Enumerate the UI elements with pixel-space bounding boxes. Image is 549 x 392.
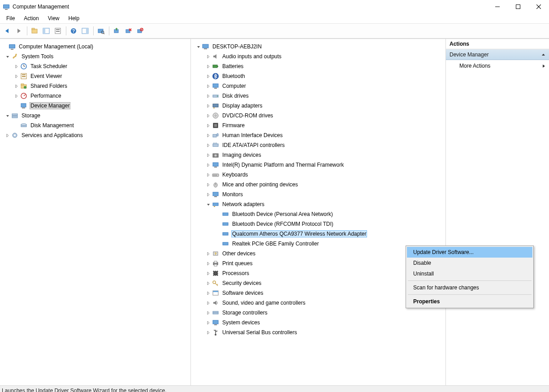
back-button[interactable] xyxy=(2,26,13,36)
cat-imaging[interactable]: Imaging devices xyxy=(194,150,445,160)
expand-arrow[interactable] xyxy=(13,93,20,99)
expand-arrow[interactable] xyxy=(205,152,212,158)
tree-performance[interactable]: Performance xyxy=(0,91,190,101)
svg-rect-57 xyxy=(214,88,217,89)
maximize-button[interactable] xyxy=(508,0,528,13)
expand-arrow[interactable] xyxy=(205,270,212,276)
ctx-properties[interactable]: Properties xyxy=(407,296,532,307)
cat-computer[interactable]: Computer xyxy=(194,81,445,91)
expand-arrow[interactable] xyxy=(4,132,11,138)
net-bt-pan[interactable]: Bluetooth Device (Personal Area Network) xyxy=(194,209,445,219)
disable-button[interactable] xyxy=(134,26,145,36)
tree-services-apps[interactable]: Services and Applications xyxy=(0,130,190,140)
ctx-uninstall[interactable]: Uninstall xyxy=(407,268,532,279)
up-button[interactable] xyxy=(29,26,40,36)
scan-hardware-button[interactable] xyxy=(95,26,106,36)
show-hide-action-pane-button[interactable] xyxy=(80,26,91,36)
help-button[interactable]: ? xyxy=(68,26,79,36)
uninstall-button[interactable] xyxy=(123,26,134,36)
cat-monitors[interactable]: Monitors xyxy=(194,190,445,199)
expand-arrow[interactable] xyxy=(205,93,212,99)
cat-hid[interactable]: Human Interface Devices xyxy=(194,130,445,140)
tree-task-scheduler[interactable]: Task Scheduler xyxy=(0,61,190,71)
expand-arrow[interactable] xyxy=(205,63,212,69)
menu-file[interactable]: File xyxy=(2,14,19,22)
cat-keyboards[interactable]: Keyboards xyxy=(194,170,445,180)
expand-arrow-open[interactable] xyxy=(4,53,11,60)
cat-network-adapters[interactable]: Network adapters xyxy=(194,199,445,209)
cat-ide[interactable]: IDE ATA/ATAPI controllers xyxy=(194,140,445,150)
device-label: Firmware xyxy=(221,122,246,129)
cat-display-adapters[interactable]: Display adapters xyxy=(194,101,445,111)
expand-arrow[interactable] xyxy=(205,132,212,138)
expand-arrow[interactable] xyxy=(205,172,212,178)
cat-bluetooth[interactable]: Bluetooth xyxy=(194,71,445,81)
show-hide-tree-button[interactable] xyxy=(41,26,52,36)
close-button[interactable] xyxy=(528,0,549,13)
minimize-button[interactable] xyxy=(487,0,508,13)
expand-arrow[interactable] xyxy=(205,83,212,89)
device-root[interactable]: DESKTOP-AEBJ2IN xyxy=(194,42,445,52)
tree-event-viewer[interactable]: Event Viewer xyxy=(0,71,190,81)
tree-disk-management[interactable]: Disk Management xyxy=(0,121,190,130)
cat-disk-drives[interactable]: Disk drives xyxy=(194,91,445,101)
expand-arrow[interactable] xyxy=(205,142,212,148)
svg-rect-67 xyxy=(217,134,218,136)
cat-mice[interactable]: Mice and other pointing devices xyxy=(194,180,445,190)
tree-shared-folders[interactable]: Shared Folders xyxy=(0,81,190,91)
expand-arrow[interactable] xyxy=(205,310,212,316)
expand-arrow[interactable] xyxy=(205,53,212,60)
cat-intel-dptf[interactable]: Intel(R) Dynamic Platform and Thermal Fr… xyxy=(194,160,445,170)
actions-section-device-manager[interactable]: Device Manager xyxy=(446,49,549,60)
tree-device-manager[interactable]: Device Manager xyxy=(0,101,190,111)
expand-arrow[interactable] xyxy=(205,73,212,79)
expand-arrow[interactable] xyxy=(205,290,212,296)
tree-storage[interactable]: Storage xyxy=(0,111,190,121)
expand-arrow[interactable] xyxy=(205,162,212,168)
firmware-icon xyxy=(212,122,220,129)
expand-arrow-open[interactable] xyxy=(4,112,11,119)
expand-arrow[interactable] xyxy=(205,319,212,326)
expand-arrow[interactable] xyxy=(205,300,212,306)
expand-arrow[interactable] xyxy=(205,191,212,198)
expand-arrow[interactable] xyxy=(205,329,212,336)
menu-view[interactable]: View xyxy=(43,14,64,22)
update-driver-button[interactable] xyxy=(111,26,122,36)
ctx-disable[interactable]: Disable xyxy=(407,258,532,268)
tree-system-tools[interactable]: System Tools xyxy=(0,52,190,61)
actions-more-actions[interactable]: More Actions xyxy=(446,60,549,72)
ctx-update-driver[interactable]: Update Driver Software... xyxy=(407,247,532,258)
net-qca9377[interactable]: Qualcomm Atheros QCA9377 Wireless Networ… xyxy=(194,229,445,239)
expand-arrow[interactable] xyxy=(205,181,212,188)
cat-audio[interactable]: Audio inputs and outputs xyxy=(194,52,445,61)
expand-arrow[interactable] xyxy=(205,122,212,129)
cat-firmware[interactable]: Firmware xyxy=(194,121,445,130)
expand-arrow[interactable] xyxy=(205,103,212,109)
expand-arrow[interactable] xyxy=(205,112,212,119)
ctx-scan-hardware[interactable]: Scan for hardware changes xyxy=(407,282,532,293)
expand-arrow[interactable] xyxy=(13,83,20,89)
expand-arrow-open[interactable] xyxy=(195,43,202,50)
expand-arrow[interactable] xyxy=(205,280,212,286)
expand-arrow[interactable] xyxy=(205,260,212,267)
cat-system-devices[interactable]: System devices xyxy=(194,318,445,327)
properties-button[interactable] xyxy=(52,26,63,36)
expand-arrow[interactable] xyxy=(13,73,20,79)
cat-usb-controllers[interactable]: Universal Serial Bus controllers xyxy=(194,327,445,337)
disk-icon xyxy=(212,92,220,99)
forward-button[interactable] xyxy=(13,26,24,36)
audio-icon xyxy=(212,53,220,60)
expand-arrow[interactable] xyxy=(13,63,20,69)
cat-dvd[interactable]: DVD/CD-ROM drives xyxy=(194,111,445,121)
cat-storage-controllers[interactable]: Storage controllers xyxy=(194,308,445,318)
device-label: System devices xyxy=(221,319,261,326)
tree-root-local[interactable]: Computer Management (Local) xyxy=(0,42,190,52)
svg-rect-12 xyxy=(56,29,60,30)
expand-arrow[interactable] xyxy=(205,250,212,257)
expand-arrow-open[interactable] xyxy=(205,201,212,207)
menu-help[interactable]: Help xyxy=(64,14,84,22)
device-label: Computer xyxy=(221,82,247,90)
cat-batteries[interactable]: Batteries xyxy=(194,61,445,71)
menu-action[interactable]: Action xyxy=(19,14,43,22)
net-bt-rfcomm[interactable]: Bluetooth Device (RFCOMM Protocol TDI) xyxy=(194,219,445,229)
